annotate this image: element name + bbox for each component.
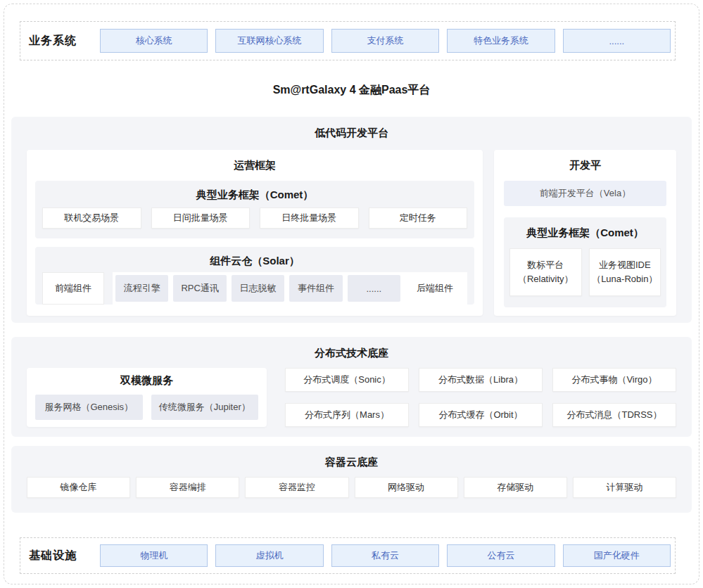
solar-component-row: 前端组件 流程引擎 RPC通讯 日志脱敏 事件组件 ...... 后端组件 [42, 272, 467, 305]
container-base-title: 容器云底座 [27, 454, 676, 470]
dev-comet-title: 典型业务框架（Comet） [509, 224, 661, 241]
container-base-row: 镜像仓库 容器编排 容器监控 网络驱动 存储驱动 计算驱动 [27, 477, 676, 498]
dual-mode-title: 双模微服务 [35, 372, 258, 389]
comet-scenario-row: 联机交易场景 日间批量场景 日终批量场景 定时任务 [42, 207, 467, 229]
business-systems-chips: 核心系统 互联网核心系统 支付系统 特色业务系统 ...... [100, 29, 671, 53]
chip-log-masking: 日志脱敏 [232, 275, 284, 302]
operation-framework-title: 运营框架 [35, 157, 474, 174]
chip-core-system: 核心系统 [100, 29, 208, 53]
chip-rpc-comm: RPC通讯 [173, 275, 226, 302]
chip-relativity-line2: （Relativity） [518, 272, 574, 286]
dev-platform-box: 开发平 前端开发平台（Vela） 典型业务框架（Comet） 数标平台 （Rel… [494, 150, 676, 316]
chip-dist-data-libra: 分布式数据（Libra） [419, 368, 543, 392]
chip-relativity-line1: 数标平台 [527, 258, 564, 272]
infrastructure-label: 基础设施 [25, 549, 100, 563]
chip-more-systems: ...... [563, 29, 671, 53]
chip-image-registry: 镜像仓库 [27, 477, 130, 498]
solar-component-title: 组件云仓（Solar） [42, 253, 467, 269]
chip-service-mesh-genesis: 服务网格（Genesis） [35, 395, 143, 420]
solar-middle-strip: 流程引擎 RPC通讯 日志脱敏 事件组件 ...... 后端组件 [113, 272, 467, 305]
chip-scheduled-task: 定时任务 [369, 207, 468, 229]
chip-container-orchestration: 容器编排 [136, 477, 239, 498]
chip-relativity-platform: 数标平台 （Relativity） [509, 248, 582, 296]
chip-luna-robin-ide: 业务视图IDE （Luna-Robin） [589, 248, 661, 296]
dev-comet-panel: 典型业务框架（Comet） 数标平台 （Relativity） 业务视图IDE … [504, 217, 666, 307]
chip-domestic-hardware: 国产化硬件 [563, 544, 671, 567]
infrastructure-chips: 物理机 虚拟机 私有云 公有云 国产化硬件 [100, 544, 671, 567]
chip-vela-frontend-platform: 前端开发平台（Vela） [504, 181, 666, 206]
chip-storage-driver: 存储驱动 [464, 477, 567, 498]
dev-comet-row: 数标平台 （Relativity） 业务视图IDE （Luna-Robin） [509, 248, 661, 296]
chip-traditional-microservice-jupiter: 传统微服务（Jupiter） [151, 395, 259, 420]
chip-physical-machine: 物理机 [100, 544, 208, 567]
chip-internet-core-system: 互联网核心系统 [215, 29, 323, 53]
chip-more-components: ...... [348, 275, 400, 302]
chip-eod-batch-scene: 日终批量场景 [260, 207, 359, 229]
chip-dist-sequence-mars: 分布式序列（Mars） [285, 403, 409, 427]
chip-process-engine: 流程引擎 [115, 275, 168, 302]
container-base-section: 容器云底座 镜像仓库 容器编排 容器监控 网络驱动 存储驱动 计算驱动 [11, 446, 692, 513]
distributed-base-section: 分布式技术底座 双模微服务 服务网格（Genesis） 传统微服务（Jupite… [11, 337, 692, 437]
business-systems-row: 业务系统 核心系统 互联网核心系统 支付系统 特色业务系统 ...... [20, 21, 676, 60]
chip-special-business-system: 特色业务系统 [447, 29, 555, 53]
chip-dist-cache-orbit: 分布式缓存（Orbit） [419, 403, 543, 427]
operation-framework-box: 运营框架 典型业务框架（Comet） 联机交易场景 日间批量场景 日终批量场景 … [27, 150, 483, 316]
chip-public-cloud: 公有云 [447, 544, 555, 567]
chip-dist-transaction-virgo: 分布式事物（Virgo） [552, 368, 676, 392]
dual-mode-row: 服务网格（Genesis） 传统微服务（Jupiter） [35, 395, 258, 420]
chip-luna-robin-line1: 业务视图IDE [599, 258, 651, 272]
chip-backend-component: 后端组件 [405, 282, 464, 295]
comet-framework-panel: 典型业务框架（Comet） 联机交易场景 日间批量场景 日终批量场景 定时任务 [35, 181, 474, 238]
page-title: Sm@rtGalaxy 4 金融Paas平台 [0, 83, 703, 98]
dev-platform-title: 开发平 [502, 157, 668, 174]
chip-luna-robin-line2: （Luna-Robin） [592, 272, 657, 286]
infrastructure-row: 基础设施 物理机 虚拟机 私有云 公有云 国产化硬件 [20, 537, 676, 574]
chip-private-cloud: 私有云 [331, 544, 439, 567]
distributed-base-body: 双模微服务 服务网格（Genesis） 传统微服务（Jupiter） 分布式调度… [27, 368, 676, 427]
chip-daytime-batch-scene: 日间批量场景 [151, 207, 251, 229]
distributed-base-title: 分布式技术底座 [27, 345, 676, 361]
chip-frontend-component: 前端组件 [42, 272, 104, 305]
chip-virtual-machine: 虚拟机 [215, 544, 323, 567]
business-systems-label: 业务系统 [25, 34, 100, 49]
chip-container-monitoring: 容器监控 [245, 477, 348, 498]
chip-event-component: 事件组件 [289, 275, 342, 302]
low-code-platform-title: 低代码开发平台 [27, 125, 676, 141]
chip-payment-system: 支付系统 [331, 29, 439, 53]
solar-component-panel: 组件云仓（Solar） 前端组件 流程引擎 RPC通讯 日志脱敏 事件组件 ..… [35, 247, 474, 305]
low-code-platform-section: 低代码开发平台 运营框架 典型业务框架（Comet） 联机交易场景 日间批量场景… [11, 117, 692, 323]
distributed-services-grid: 分布式调度（Sonic） 分布式数据（Libra） 分布式事物（Virgo） 分… [285, 368, 676, 427]
chip-dist-scheduling-sonic: 分布式调度（Sonic） [285, 368, 409, 392]
low-code-platform-body: 运营框架 典型业务框架（Comet） 联机交易场景 日间批量场景 日终批量场景 … [27, 150, 676, 316]
chip-compute-driver: 计算驱动 [573, 477, 676, 498]
chip-network-driver: 网络驱动 [355, 477, 458, 498]
chip-dist-message-tdrss: 分布式消息（TDRSS） [552, 403, 676, 427]
comet-framework-title: 典型业务框架（Comet） [42, 186, 467, 203]
chip-online-trading-scene: 联机交易场景 [42, 207, 141, 229]
dual-mode-microservice-box: 双模微服务 服务网格（Genesis） 传统微服务（Jupiter） [27, 368, 267, 427]
